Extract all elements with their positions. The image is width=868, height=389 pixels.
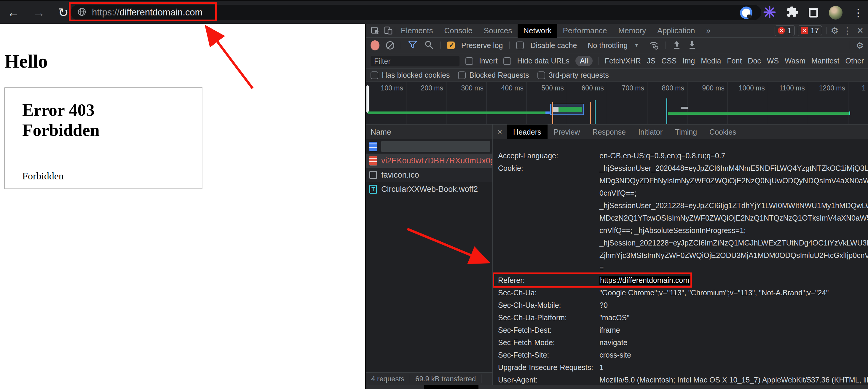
drawer-peek [424, 385, 478, 389]
network-overview-timeline[interactable]: 100 ms 200 ms 300 ms 400 ms 500 ms 600 m… [366, 82, 868, 124]
load-event-line [552, 102, 553, 124]
devtools-settings-icon[interactable]: ⚙ [831, 26, 839, 36]
request-row-font[interactable]: T CircularXXWeb-Book.woff2 [366, 182, 492, 196]
tab-preview[interactable]: Preview [548, 124, 586, 139]
disable-cache-checkbox[interactable] [516, 41, 524, 49]
name-column-header[interactable]: Name [366, 124, 492, 139]
more-tabs-chevron[interactable]: » [701, 24, 716, 38]
waterfall-selected-request[interactable] [550, 104, 584, 115]
tab-elements[interactable]: Elements [395, 24, 438, 38]
forward-icon[interactable]: → [33, 6, 45, 19]
network-conditions-icon[interactable] [648, 40, 659, 51]
filter-chip-css[interactable]: CSS [661, 57, 677, 65]
tab-cookies[interactable]: Cookies [703, 124, 742, 139]
hide-data-urls-checkbox[interactable] [503, 57, 511, 65]
filter-input[interactable]: Filter [371, 56, 460, 66]
details-tabbar: × Headers Preview Response Initiator Tim… [493, 124, 868, 139]
has-blocked-cookies-checkbox[interactable] [371, 71, 378, 79]
timeline-tick-clipped: 1 [821, 84, 866, 92]
tab-performance[interactable]: Performance [557, 24, 613, 38]
filter-chip-manifest[interactable]: Manifest [811, 57, 839, 65]
devtools-menu-icon[interactable]: ⋮ [843, 26, 852, 36]
starburst-extension-icon[interactable] [763, 6, 776, 20]
header-row-cookie: Cookie: _hjSessionUser_2020448=eyJpZCI6I… [493, 162, 868, 274]
throttling-caret-icon[interactable]: ▼ [634, 43, 639, 48]
devtools-bottom-strip [366, 385, 868, 389]
tab-sources[interactable]: Sources [478, 24, 518, 38]
request-row-document[interactable] [366, 139, 492, 154]
console-errors-badge[interactable]: × 1 [775, 25, 795, 36]
back-icon[interactable]: ← [7, 6, 20, 19]
filter-chip-wasm[interactable]: Wasm [785, 57, 805, 65]
error-body-text: Forbidden [22, 171, 64, 182]
error-iframe: Error 403Forbidden Forbidden [4, 87, 203, 189]
header-row-sec-fetch-dest: Sec-Fetch-Dest: iframe [493, 324, 868, 336]
preserve-log-checkbox[interactable] [447, 41, 455, 49]
tab-headers[interactable]: Headers [507, 124, 548, 139]
export-har-icon[interactable] [688, 40, 696, 51]
tab-initiator[interactable]: Initiator [632, 124, 669, 139]
waterfall-bar-font-end [849, 112, 850, 115]
clear-icon[interactable] [386, 41, 394, 50]
referer-value: https://differentdomain.com [599, 276, 692, 285]
tab-timing[interactable]: Timing [669, 124, 703, 139]
filter-chip-img[interactable]: Img [683, 57, 695, 65]
error-icon: × [778, 27, 785, 34]
side-panel-icon[interactable] [809, 8, 818, 18]
profile-avatar[interactable] [829, 6, 842, 20]
third-party-requests-label[interactable]: 3rd-party requests [549, 71, 609, 80]
third-party-requests-checkbox[interactable] [537, 71, 545, 79]
tab-response[interactable]: Response [586, 124, 632, 139]
blocked-requests-checkbox[interactable] [458, 71, 466, 79]
inspect-element-icon[interactable] [369, 24, 382, 38]
has-blocked-cookies-label[interactable]: Has blocked cookies [382, 71, 450, 80]
issues-badge[interactable]: × 17 [798, 25, 822, 36]
filter-chip-all[interactable]: All [576, 56, 593, 66]
request-row-favicon[interactable]: favicon.ico [366, 168, 492, 182]
close-details-icon[interactable]: × [493, 127, 507, 137]
disable-cache-label[interactable]: Disable cache [530, 41, 577, 50]
filter-chip-js[interactable]: JS [647, 57, 655, 65]
tab-network[interactable]: Network [518, 24, 557, 38]
browser-menu-icon[interactable]: ⋮ [853, 7, 863, 19]
throttling-select[interactable]: No throttling [588, 41, 627, 50]
tab-memory[interactable]: Memory [613, 24, 652, 38]
requests-panel: Name vi2EKou9wt7DBH7RXu0mUx0g favicon.ic… [366, 124, 493, 372]
request-row-failed[interactable]: vi2EKou9wt7DBH7RXu0mUx0g [366, 154, 492, 168]
header-row-upgrade-insecure: Upgrade-Insecure-Requests: 1 [493, 361, 868, 373]
extensions-puzzle-icon[interactable] [787, 6, 798, 19]
filter-chip-font[interactable]: Font [727, 57, 742, 65]
timeline-scrubber-handle[interactable] [366, 85, 369, 113]
search-icon[interactable] [424, 40, 434, 51]
preserve-log-label[interactable]: Preserve log [461, 41, 503, 50]
network-toolbar: Preserve log Disable cache No throttling… [366, 38, 868, 53]
network-settings-icon[interactable]: ⚙ [856, 40, 864, 51]
tab-application[interactable]: Application [652, 24, 701, 38]
timeline-tick: 100 ms [366, 84, 403, 92]
network-summary-bar: 4 requests 69.9 kB transferred [366, 372, 493, 385]
devtools-close-icon[interactable]: × [857, 24, 863, 37]
page-heading: Hello [4, 51, 48, 72]
filter-chip-doc[interactable]: Doc [748, 57, 761, 65]
transferred-size: 69.9 kB transferred [415, 375, 476, 383]
filter-chip-fetch-xhr[interactable]: Fetch/XHR [605, 57, 641, 65]
record-icon[interactable] [371, 40, 379, 51]
reload-icon[interactable]: ↻ [58, 6, 68, 19]
filter-chip-ws[interactable]: WS [767, 57, 779, 65]
redacted-request-name [381, 141, 490, 152]
filter-chip-media[interactable]: Media [701, 57, 721, 65]
page-viewport: Hello Error 403Forbidden Forbidden [0, 24, 365, 389]
timeline-tick: 600 ms [559, 84, 604, 92]
device-toolbar-icon[interactable] [382, 24, 395, 38]
hide-data-urls-label[interactable]: Hide data URLs [517, 57, 569, 65]
domcontentloaded-line [666, 98, 667, 124]
import-har-icon[interactable] [672, 40, 681, 51]
tab-console[interactable]: Console [438, 24, 478, 38]
invert-checkbox[interactable] [465, 57, 473, 65]
privacy-extension-icon[interactable] [740, 6, 752, 19]
invert-label[interactable]: Invert [479, 57, 498, 65]
filter-funnel-icon[interactable] [408, 40, 418, 51]
filter-chip-other[interactable]: Other [845, 57, 864, 65]
blocked-requests-label[interactable]: Blocked Requests [469, 71, 529, 80]
waterfall-bar-document [368, 112, 546, 114]
